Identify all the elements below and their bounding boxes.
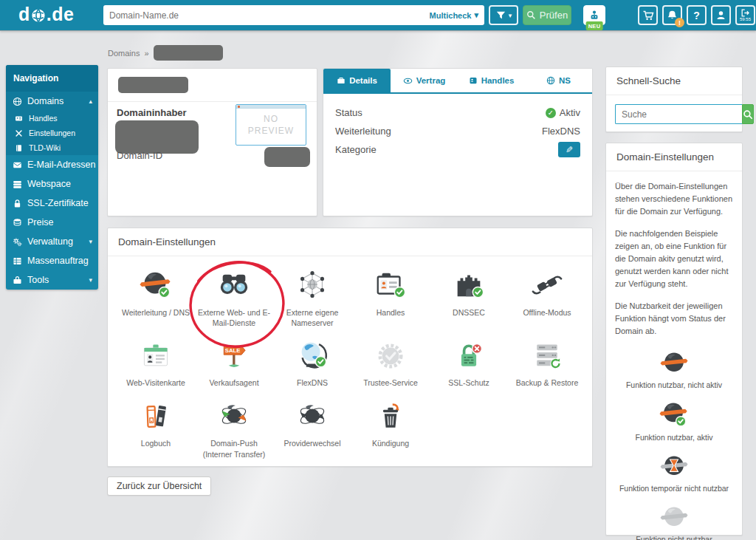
session-timer: 59:55 bbox=[740, 18, 751, 21]
weiterleitung-value: FlexDNS bbox=[542, 126, 580, 137]
domain-search-input[interactable] bbox=[103, 5, 430, 25]
toolbox-icon bbox=[12, 276, 23, 285]
id-card-icon bbox=[13, 115, 24, 123]
sidebar-item-handles[interactable]: Handles bbox=[6, 111, 98, 126]
sidebar-item-verwaltung[interactable]: Verwaltung ▾ bbox=[6, 232, 98, 251]
briefcase-icon bbox=[337, 76, 346, 85]
detail-row-kategorie: Kategorie ✎ bbox=[335, 140, 580, 159]
preview-browser-bar bbox=[236, 105, 306, 109]
globe-transfer-icon bbox=[217, 399, 251, 433]
sidebar-item-email-adressen[interactable]: E-Mail-Adressen bbox=[6, 155, 98, 174]
notifications-button[interactable]: ! bbox=[662, 5, 682, 25]
server-restore-icon bbox=[531, 340, 563, 372]
sidebar-item-webspace[interactable]: Webspace bbox=[6, 174, 98, 194]
network-nodes-icon bbox=[295, 268, 329, 302]
quick-search-input[interactable] bbox=[615, 104, 742, 124]
envelope-icon bbox=[12, 160, 23, 170]
edit-kategorie-button[interactable]: ✎ bbox=[558, 142, 580, 157]
legend-usable-inactive: Funktion nutzbar, nicht aktiv bbox=[615, 348, 733, 389]
globe-band-check-icon bbox=[658, 399, 690, 431]
domain-settings-card: Domain-Einstellungen Weiterleitung / DNS… bbox=[107, 228, 593, 467]
redacted-domain-title bbox=[118, 77, 188, 93]
setting-externe-nameserver[interactable]: Externe eigene Nameserver bbox=[275, 265, 350, 328]
robot-icon bbox=[588, 10, 600, 21]
account-button[interactable] bbox=[711, 5, 731, 25]
multicheck-dropdown[interactable]: Multicheck ▾ bbox=[430, 10, 484, 20]
setting-offline-modus[interactable]: Offline-Modus bbox=[509, 265, 585, 328]
tab-vertrag[interactable]: Vertrag bbox=[391, 69, 458, 92]
sale-sign-text: SALE bbox=[225, 348, 241, 355]
help-button[interactable]: ? bbox=[687, 5, 707, 25]
sidebar-item-tools[interactable]: Tools ▾ bbox=[6, 270, 98, 290]
detail-row-weiterleitung: Weiterleitung FlexDNS bbox=[335, 122, 580, 140]
tab-ns[interactable]: NS bbox=[525, 69, 592, 92]
gears-icon bbox=[12, 237, 23, 247]
quick-search-card: Schnell-Suche bbox=[605, 66, 743, 132]
sidebar-item-domains[interactable]: Domains ▴ bbox=[6, 92, 98, 111]
logo-prefix: d bbox=[18, 4, 30, 25]
breadcrumb-separator: » bbox=[144, 49, 148, 58]
eye-icon bbox=[403, 76, 413, 86]
desk-globe-check-icon bbox=[295, 338, 329, 372]
padlock-x-icon bbox=[453, 340, 485, 372]
setting-handles[interactable]: Handles bbox=[353, 265, 428, 328]
app-screen: d.de Multicheck ▾ ▾ Prüfen NEU bbox=[0, 0, 756, 540]
sidebar-item-tld-wiki[interactable]: TLD-Wiki bbox=[6, 140, 98, 155]
address-card-icon bbox=[469, 76, 478, 85]
setting-trustee-service[interactable]: Trustee-Service bbox=[353, 335, 428, 388]
setting-domain-push[interactable]: Domain-Push (Interner Transfer) bbox=[196, 396, 272, 459]
assistant-robot-button[interactable]: NEU bbox=[583, 5, 605, 25]
setting-ssl-schutz[interactable]: SSL-Schutz bbox=[431, 335, 506, 388]
quick-search-button[interactable] bbox=[742, 104, 754, 124]
cart-button[interactable] bbox=[638, 5, 658, 25]
settings-grid: Weiterleitung / DNS Externe Web- und E-M… bbox=[118, 258, 585, 459]
logout-button[interactable]: 59:55 bbox=[735, 5, 755, 25]
legend-usable-active: Funktion nutzbar, aktiv bbox=[615, 399, 733, 442]
setting-kuendigung[interactable]: Kündigung bbox=[353, 396, 428, 459]
filter-dropdown-button[interactable]: ▾ bbox=[489, 5, 518, 25]
top-header-bar: d.de Multicheck ▾ ▾ Prüfen NEU bbox=[0, 0, 756, 30]
user-icon bbox=[715, 10, 726, 21]
legend-not-usable: Funktion nicht nutzbar bbox=[615, 502, 733, 540]
tab-details[interactable]: Details bbox=[323, 69, 391, 92]
setting-weiterleitung-dns[interactable]: Weiterleitung / DNS bbox=[118, 265, 193, 328]
castle-check-icon bbox=[452, 268, 486, 302]
domain-details-card: Details Vertrag Handles NS Status ✓ Akti… bbox=[323, 68, 593, 216]
sign-out-icon bbox=[740, 9, 750, 17]
globe-forward-active-icon bbox=[139, 268, 173, 302]
chevron-up-icon: ▴ bbox=[89, 98, 92, 105]
sidebar-item-einstellungen[interactable]: Einstellungen bbox=[6, 126, 98, 140]
tab-handles[interactable]: Handles bbox=[458, 69, 525, 92]
status-value: Aktiv bbox=[560, 107, 580, 118]
sidebar-item-massenauftrag[interactable]: Massenauftrag bbox=[6, 251, 98, 270]
sidebar-item-ssl-zertifikate[interactable]: SSL-Zertifikate bbox=[6, 194, 98, 213]
setting-externe-web-mail-dienste[interactable]: Externe Web- und E-Mail-Dienste bbox=[196, 265, 272, 328]
redacted-owner-address bbox=[115, 120, 199, 154]
info-paragraph: Die nachfolgenden Beispiele zeigen an, o… bbox=[615, 228, 733, 290]
dode-logo[interactable]: d.de bbox=[18, 4, 74, 25]
prufen-button[interactable]: Prüfen bbox=[523, 5, 571, 25]
info-paragraph: Die Nutzbarkeit der jeweiligen Funktion … bbox=[615, 300, 733, 338]
sidebar-item-preise[interactable]: Preise bbox=[6, 213, 98, 232]
unplugged-icon bbox=[530, 268, 564, 302]
breadcrumb-domains-link[interactable]: Domains bbox=[108, 49, 140, 58]
breadcrumb: Domains » bbox=[108, 45, 223, 61]
setting-web-visitenkarte[interactable]: Web-Visitenkarte bbox=[118, 335, 193, 388]
chevron-down-icon: ▾ bbox=[89, 238, 92, 245]
detail-row-status: Status ✓ Aktiv bbox=[335, 103, 580, 122]
domain-card-header bbox=[108, 69, 317, 102]
sidebar-navigation: Navigation Domains ▴ Handles Einstellung… bbox=[6, 65, 98, 290]
setting-logbuch[interactable]: Logbuch bbox=[118, 396, 193, 459]
book-icon bbox=[13, 144, 24, 152]
details-tab-bar: Details Vertrag Handles NS bbox=[323, 69, 592, 94]
setting-backup-restore[interactable]: Backup & Restore bbox=[509, 335, 585, 388]
setting-flexdns[interactable]: FlexDNS bbox=[275, 335, 350, 388]
setting-dnssec[interactable]: DNSSEC bbox=[431, 265, 506, 328]
back-to-overview-button[interactable]: Zurück zur Übersicht bbox=[107, 476, 211, 496]
domain-id-label: Domain-ID bbox=[117, 150, 162, 161]
setting-verkaufsagent[interactable]: SALE Verkaufsagent bbox=[196, 335, 272, 388]
setting-providerwechsel[interactable]: Providerwechsel bbox=[275, 396, 350, 459]
sidebar-title: Navigation bbox=[6, 65, 98, 92]
website-preview-thumbnail[interactable]: NO PREVIEW bbox=[236, 104, 306, 146]
coins-icon bbox=[12, 218, 23, 228]
